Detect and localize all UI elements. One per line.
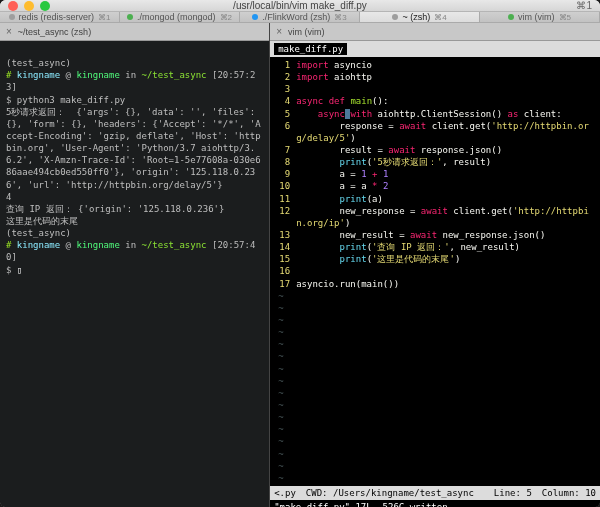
vim-message: "make_diff.py" 17L, 526C written — [270, 500, 600, 507]
tab-redis[interactable]: redis (redis-server)⌘1 — [0, 12, 120, 22]
titlebar: /usr/local/bin/vim make_diff.py ⌘1 — [0, 0, 600, 12]
tab-flinkword[interactable]: ./FlinkWord (zsh)⌘3 — [240, 12, 360, 22]
tab-mongod[interactable]: ./mongod (mongod)⌘2 — [120, 12, 240, 22]
vim-file-tab[interactable]: make_diff.py — [274, 43, 347, 55]
terminal-output: 查询 IP 返回： {'origin': '125.118.0.236'} — [6, 204, 224, 214]
pane-tab-right[interactable]: × vim (vim) — [270, 23, 600, 41]
pane-tab-left[interactable]: × ~/test_async (zsh) — [0, 23, 269, 41]
terminal-cursor: ▯ — [17, 265, 22, 275]
vim-tabline: make_diff.py — [270, 41, 600, 57]
close-pane-icon[interactable]: × — [276, 26, 282, 37]
status-dot-icon — [9, 14, 15, 20]
prompt-dollar: $ — [6, 95, 17, 105]
vim-empty-line: ~ — [274, 290, 596, 302]
vim-statusline: <.py CWD: /Users/kingname/test_async Lin… — [270, 486, 600, 500]
window-title: /usr/local/bin/vim make_diff.py — [0, 0, 600, 11]
terminal-output: 这里是代码的末尾 — [6, 216, 78, 226]
status-dot-icon — [252, 14, 258, 20]
terminal-output: 4 — [6, 192, 11, 202]
terminal-body[interactable]: (test_async) # kingname @ kingname in ~/… — [0, 41, 269, 507]
vim-pane[interactable]: × vim (vim) make_diff.py 1import asyncio… — [270, 23, 600, 507]
tab-bar: redis (redis-server)⌘1 ./mongod (mongod)… — [0, 12, 600, 23]
vim-buffer[interactable]: 1import asyncio 2import aiohttp 3 4async… — [270, 57, 600, 486]
close-pane-icon[interactable]: × — [6, 26, 12, 37]
terminal-output: 5秒请求返回： {'args': {}, 'data': '', 'files'… — [6, 107, 261, 190]
status-dot-icon — [127, 14, 133, 20]
app-window: /usr/local/bin/vim make_diff.py ⌘1 redis… — [0, 0, 600, 507]
status-filetype: <.py — [274, 488, 296, 498]
status-dot-icon — [392, 14, 398, 20]
prompt-hash: # — [6, 70, 17, 80]
tab-vim[interactable]: vim (vim)⌘5 — [480, 12, 600, 22]
tab-zsh[interactable]: ~ (zsh)⌘4 — [360, 12, 480, 22]
status-dot-icon — [508, 14, 514, 20]
split-panes: × ~/test_async (zsh) (test_async) # king… — [0, 23, 600, 507]
terminal-pane[interactable]: × ~/test_async (zsh) (test_async) # king… — [0, 23, 270, 507]
